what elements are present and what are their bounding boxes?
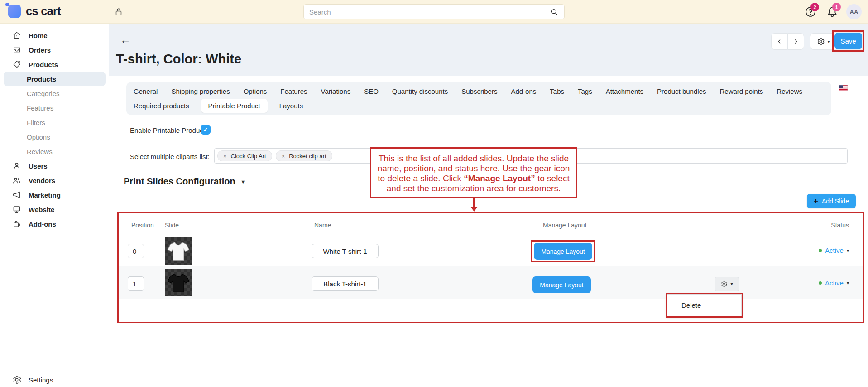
sidebar-item-orders[interactable]: Orders	[0, 43, 109, 57]
sidebar-subitem-categories[interactable]: Categories	[0, 86, 109, 101]
tab-attachments[interactable]: Attachments	[606, 84, 643, 98]
tabs-row-2: Required products Printable Product Layo…	[130, 99, 828, 113]
enable-printable-checkbox[interactable]: ✓	[201, 125, 211, 135]
slides-table-annotation-box: Position Slide Name Manage Layout Status…	[117, 212, 864, 323]
sidebar-item-vendors[interactable]: Vendors	[0, 173, 109, 188]
tab-features[interactable]: Features	[280, 84, 307, 98]
sidebar-item-website[interactable]: Website	[0, 202, 109, 217]
sidebar-item-addons[interactable]: Add-ons	[0, 217, 109, 231]
sidebar-subitem-features[interactable]: Features	[0, 101, 109, 115]
manage-layout-button[interactable]: Manage Layout	[532, 276, 591, 293]
sidebar-subitem-reviews[interactable]: Reviews	[0, 144, 109, 159]
slide-status-dropdown[interactable]: Active ▾	[819, 247, 849, 254]
sidebar-subitem-filters[interactable]: Filters	[0, 115, 109, 130]
tab-tabs[interactable]: Tabs	[550, 84, 564, 98]
clipart-chip: × Rocket clip art	[276, 150, 332, 161]
table-row-stripe	[119, 266, 863, 299]
tab-tags[interactable]: Tags	[578, 84, 592, 98]
home-icon	[12, 31, 21, 40]
tab-printable-product[interactable]: Printable Product	[201, 99, 268, 113]
manage-layout-button[interactable]: Manage Layout	[534, 243, 592, 260]
col-header-slide: Slide	[165, 222, 179, 229]
tab-subscribers[interactable]: Subscribers	[461, 84, 497, 98]
remove-chip-icon[interactable]: ×	[282, 153, 285, 159]
sidebar-item-settings[interactable]: Settings	[0, 372, 109, 387]
tab-quantity-discounts[interactable]: Quantity discounts	[392, 84, 448, 98]
next-product-button[interactable]	[787, 33, 804, 50]
clipart-chip: × Clock Clip Art	[217, 150, 272, 161]
annotation-arrow-line	[473, 198, 475, 207]
sidebar: Home Orders Products Products Categories…	[0, 24, 109, 387]
tab-options[interactable]: Options	[244, 84, 267, 98]
tab-layouts[interactable]: Layouts	[279, 99, 303, 113]
gear-icon	[12, 375, 21, 384]
save-button[interactable]: Save	[834, 33, 862, 49]
remove-chip-icon[interactable]: ×	[223, 153, 227, 159]
tab-product-bundles[interactable]: Product bundles	[657, 84, 706, 98]
tab-general[interactable]: General	[134, 84, 158, 98]
col-header-manage-layout: Manage Layout	[543, 222, 587, 229]
notification-badge: 1	[832, 3, 841, 11]
sidebar-item-home[interactable]: Home	[0, 28, 109, 43]
page-title: T-shirt, Color: White	[116, 52, 241, 67]
col-header-status: Status	[831, 222, 849, 229]
sidebar-item-users[interactable]: Users	[0, 159, 109, 173]
sidebar-subitem-products[interactable]: Products	[4, 72, 106, 86]
slide-thumbnail-black-t-shirt[interactable]	[165, 269, 192, 296]
tab-add-ons[interactable]: Add-ons	[511, 84, 536, 98]
caret-down-icon: ▾	[847, 281, 849, 285]
plus-icon: +	[814, 197, 818, 205]
back-button[interactable]: ←	[120, 34, 131, 45]
tab-seo[interactable]: SEO	[364, 84, 379, 98]
logo-square-icon	[8, 5, 21, 18]
tab-reward-points[interactable]: Reward points	[719, 84, 763, 98]
chevron-left-icon	[776, 38, 783, 45]
tab-variations[interactable]: Variations	[321, 84, 351, 98]
slide-thumbnail-white-t-shirt[interactable]	[165, 237, 192, 265]
chevron-right-icon	[792, 38, 799, 45]
sidebar-item-products[interactable]: Products	[0, 57, 109, 72]
gear-icon	[817, 38, 825, 45]
users-group-icon	[12, 176, 21, 185]
caret-down-icon: ▾	[242, 179, 245, 184]
slide-gear-dropdown-button[interactable]: ▾	[715, 277, 739, 291]
slide-name-input[interactable]	[312, 244, 379, 258]
add-slide-button[interactable]: + Add Slide	[807, 194, 856, 208]
sidebar-label-vendors: Vendors	[29, 177, 55, 184]
active-dot-icon	[819, 281, 822, 285]
slide-name-input[interactable]	[312, 276, 379, 291]
col-header-name: Name	[314, 222, 331, 229]
cs-cart-logo[interactable]: cs cart	[8, 4, 61, 18]
search-icon[interactable]	[550, 7, 559, 16]
print-slides-heading-label: Print Slides Configuration	[124, 176, 235, 187]
print-slides-heading[interactable]: Print Slides Configuration ▾	[124, 176, 245, 187]
check-icon: ✓	[203, 126, 208, 133]
header-band	[109, 24, 868, 76]
us-flag-icon[interactable]	[839, 85, 848, 91]
avatar[interactable]: AA	[846, 4, 862, 19]
main-content: ← T-shirt, Color: White ▾ Save General S…	[109, 24, 868, 387]
annotation-arrow-head	[470, 207, 478, 212]
tab-shipping-properties[interactable]: Shipping properties	[171, 84, 230, 98]
prev-product-button[interactable]	[771, 33, 788, 50]
puzzle-icon	[12, 219, 21, 228]
slide-position-input[interactable]	[128, 276, 144, 291]
tab-required-products[interactable]: Required products	[134, 99, 189, 113]
slide-status-dropdown[interactable]: Active ▾	[819, 279, 849, 287]
sidebar-item-marketing[interactable]: Marketing	[0, 188, 109, 202]
annotation-callout: This is the list of all added slides. Up…	[370, 147, 577, 198]
megaphone-icon	[12, 190, 21, 199]
caret-down-icon: ▾	[847, 248, 849, 253]
tag-icon	[12, 60, 21, 69]
lock-button[interactable]	[113, 6, 124, 17]
sidebar-label-users: Users	[29, 162, 48, 170]
slide-position-input[interactable]	[128, 244, 144, 258]
status-label: Active	[825, 279, 844, 287]
orders-inbox-icon	[12, 45, 21, 54]
search-input[interactable]	[309, 8, 546, 16]
tab-reviews[interactable]: Reviews	[777, 84, 802, 98]
global-search	[303, 4, 565, 19]
sidebar-label-home: Home	[29, 32, 48, 39]
product-tabs: General Shipping properties Options Feat…	[126, 82, 831, 115]
sidebar-subitem-options[interactable]: Options	[0, 130, 109, 144]
